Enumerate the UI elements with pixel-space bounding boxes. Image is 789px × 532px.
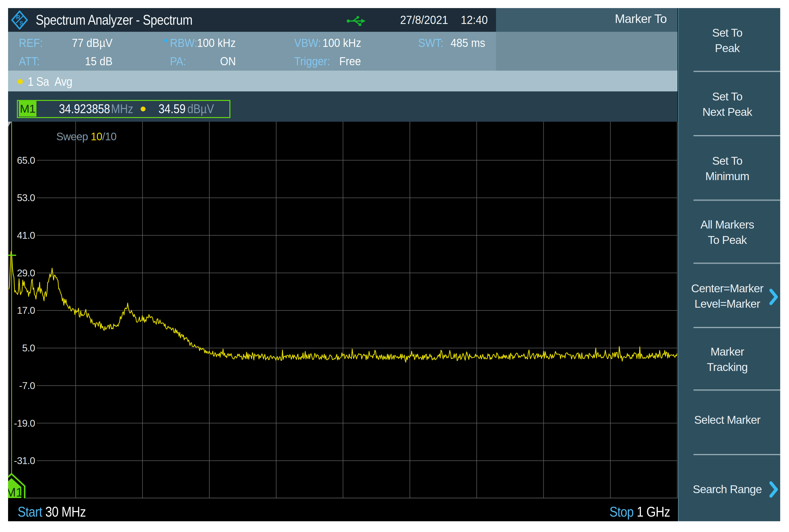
svg-text:S: S: [20, 20, 23, 27]
svg-text:Sweep 10/10: Sweep 10/10: [56, 131, 116, 142]
svg-text:5.0: 5.0: [22, 343, 35, 353]
svg-text:-19.0: -19.0: [14, 418, 35, 429]
svg-text:-7.0: -7.0: [19, 380, 35, 391]
svg-text:53.0: 53.0: [17, 192, 35, 203]
svg-text:65.0: 65.0: [17, 155, 35, 166]
svg-text:17.0: 17.0: [17, 305, 35, 316]
svg-text:29.0: 29.0: [17, 268, 35, 278]
svg-text:-31.0: -31.0: [14, 455, 35, 466]
svg-text:M1: M1: [8, 486, 23, 499]
svg-text:41.0: 41.0: [17, 230, 35, 241]
